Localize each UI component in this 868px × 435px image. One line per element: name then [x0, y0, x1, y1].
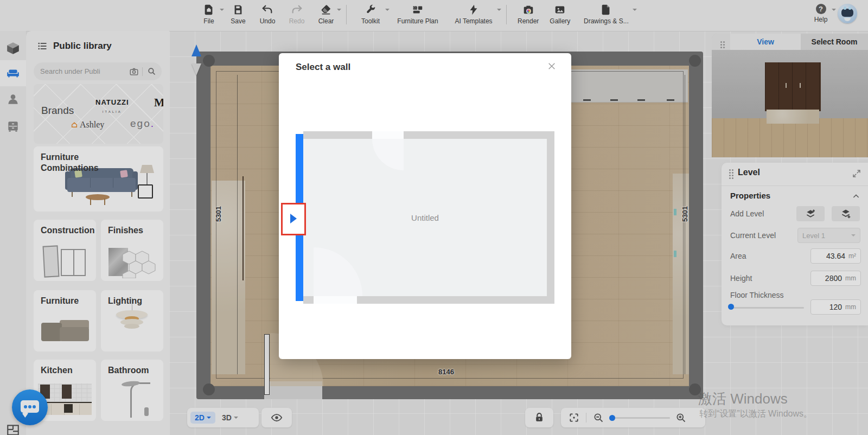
dialog-title: Select a wall: [296, 62, 350, 73]
thumb-wall-top[interactable]: [303, 131, 554, 139]
app-window: 5301 5301 8146 File Save Undo Redo: [0, 0, 868, 435]
thumb-door-gap-top: [372, 131, 404, 139]
thumb-door-gap-bottom: [314, 296, 357, 304]
floorplan-thumbnail[interactable]: Untitled: [296, 131, 554, 304]
wall-select-marker[interactable]: [281, 203, 306, 235]
thumb-wall-right[interactable]: [547, 139, 554, 304]
select-wall-dialog: Select a wall Untitled: [279, 53, 571, 359]
close-icon[interactable]: [547, 62, 556, 71]
wall-direction-arrow-icon: [290, 214, 302, 223]
room-name-label: Untitled: [411, 213, 439, 222]
